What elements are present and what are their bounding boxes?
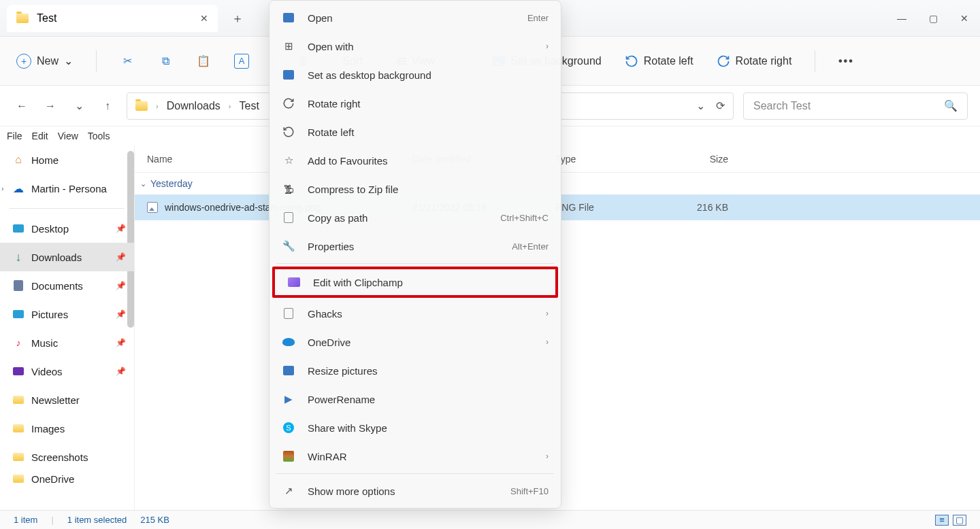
menu-edit[interactable]: Edit xyxy=(32,131,48,141)
window-controls: — ▢ ✕ xyxy=(886,0,980,36)
sidebar-label: Desktop xyxy=(31,223,69,235)
pin-icon: 📌 xyxy=(116,338,126,347)
new-button[interactable]: + New ⌄ xyxy=(16,54,73,69)
ctx-label: Compress to Zip file xyxy=(308,184,398,195)
ctx-set-desktop-bg[interactable]: Set as desktop background xyxy=(270,61,561,89)
shortcut: Shift+F10 xyxy=(510,486,549,496)
sidebar-item-images[interactable]: Images xyxy=(0,414,134,443)
sidebar-item-videos[interactable]: Videos📌 xyxy=(0,357,134,386)
column-size[interactable]: Size xyxy=(666,154,740,165)
cut-icon[interactable]: ✂ xyxy=(120,54,135,69)
separator xyxy=(276,263,554,264)
ctx-edit-clipchamp[interactable]: Edit with Clipchamp xyxy=(275,269,555,295)
ctx-properties[interactable]: 🔧PropertiesAlt+Enter xyxy=(270,232,561,260)
recent-button[interactable]: ⌄ xyxy=(69,97,88,116)
ctx-resize-pictures[interactable]: Resize pictures xyxy=(270,356,561,385)
pictures-icon xyxy=(13,310,24,318)
ctx-label: Copy as path xyxy=(308,212,368,224)
minimize-button[interactable]: — xyxy=(886,0,917,36)
search-input[interactable]: Search Test 🔍 xyxy=(743,92,968,120)
sidebar: ⌂Home ›☁Martin - Persona Desktop📌 ↓Downl… xyxy=(0,146,135,510)
address-dropdown-button[interactable]: ⌄ xyxy=(696,99,705,112)
rotate-left-icon xyxy=(282,125,295,139)
chevron-right-icon: › xyxy=(229,102,231,110)
ctx-compress-zip[interactable]: 🗜Compress to Zip file xyxy=(270,175,561,203)
window-tab[interactable]: Test ✕ xyxy=(7,5,218,32)
breadcrumb-downloads[interactable]: Downloads xyxy=(167,100,220,112)
home-icon: ⌂ xyxy=(12,154,24,166)
sidebar-label: Newsletter xyxy=(31,394,80,406)
pin-icon: 📌 xyxy=(116,281,126,290)
menu-view[interactable]: View xyxy=(58,131,78,141)
new-tab-button[interactable]: ＋ xyxy=(231,10,244,27)
status-size: 215 KB xyxy=(140,515,169,525)
sidebar-item-downloads[interactable]: ↓Downloads📌 xyxy=(0,243,134,271)
more-button[interactable]: ••• xyxy=(838,54,853,69)
ctx-label: Rotate left xyxy=(308,126,354,138)
plus-icon: + xyxy=(16,54,31,69)
sidebar-item-desktop[interactable]: Desktop📌 xyxy=(0,214,134,243)
sidebar-item-newsletter[interactable]: Newsletter xyxy=(0,386,134,414)
menu-file[interactable]: File xyxy=(7,131,22,141)
wrench-icon: 🔧 xyxy=(282,239,295,253)
sidebar-item-personal[interactable]: ›☁Martin - Persona xyxy=(0,174,134,203)
open-with-icon: ⊞ xyxy=(282,39,295,53)
ctx-open[interactable]: OpenEnter xyxy=(270,3,561,32)
ctx-label: Add to Favourites xyxy=(308,155,388,167)
back-button[interactable]: ← xyxy=(12,97,31,116)
document-icon xyxy=(284,308,293,319)
close-button[interactable]: ✕ xyxy=(949,0,980,36)
ctx-open-with[interactable]: ⊞Open with› xyxy=(270,32,561,61)
ctx-copy-path[interactable]: Copy as pathCtrl+Shift+C xyxy=(270,203,561,232)
sidebar-item-documents[interactable]: Documents📌 xyxy=(0,271,134,300)
ctx-winrar[interactable]: WinRAR› xyxy=(270,442,561,471)
folder-icon xyxy=(135,101,148,111)
details-view-button[interactable]: ≡ xyxy=(935,515,949,526)
sidebar-item-music[interactable]: ♪Music📌 xyxy=(0,328,134,357)
sidebar-item-pictures[interactable]: Pictures📌 xyxy=(0,300,134,328)
sidebar-item-home[interactable]: ⌂Home xyxy=(0,146,134,174)
maximize-button[interactable]: ▢ xyxy=(917,0,949,36)
forward-button[interactable]: → xyxy=(41,97,60,116)
rotate-right-button[interactable]: Rotate right xyxy=(717,54,792,68)
sidebar-item-screenshots[interactable]: Screenshots xyxy=(0,443,134,471)
chevron-right-icon: › xyxy=(156,102,159,110)
tab-close-button[interactable]: ✕ xyxy=(200,13,208,24)
ctx-rotate-right[interactable]: Rotate right xyxy=(270,89,561,118)
more-icon: ↗ xyxy=(282,484,295,498)
ctx-show-more[interactable]: ↗Show more optionsShift+F10 xyxy=(270,477,561,505)
rotate-left-button[interactable]: Rotate left xyxy=(625,54,693,68)
shortcut: Alt+Enter xyxy=(512,241,549,252)
ctx-powerrename[interactable]: ▶PowerRename xyxy=(270,385,561,413)
search-placeholder: Search Test xyxy=(753,100,811,112)
ctx-rotate-left[interactable]: Rotate left xyxy=(270,118,561,146)
search-icon: 🔍 xyxy=(944,99,958,112)
separator xyxy=(10,208,125,209)
chevron-right-icon: › xyxy=(1,184,4,192)
rotate-left-label: Rotate left xyxy=(644,55,693,67)
refresh-button[interactable]: ⟳ xyxy=(716,99,725,112)
new-label: New xyxy=(37,55,59,67)
ctx-share-skype[interactable]: SShare with Skype xyxy=(270,413,561,442)
picture-icon xyxy=(283,366,294,375)
image-file-icon xyxy=(147,202,158,213)
copy-icon[interactable]: ⧉ xyxy=(158,54,173,69)
chevron-right-icon: › xyxy=(546,337,549,347)
cloud-icon: ☁ xyxy=(12,182,24,194)
column-type[interactable]: Type xyxy=(543,154,666,165)
menu-tools[interactable]: Tools xyxy=(88,131,110,141)
ctx-label: PowerRename xyxy=(308,394,375,405)
ctx-onedrive[interactable]: OneDrive› xyxy=(270,328,561,356)
pin-icon: 📌 xyxy=(116,366,126,376)
thumbnails-view-button[interactable]: ▢ xyxy=(953,515,966,526)
rename-icon[interactable]: A xyxy=(234,54,249,69)
paste-icon[interactable]: 📋 xyxy=(196,54,211,69)
pin-icon: 📌 xyxy=(116,224,126,233)
up-button[interactable]: ↑ xyxy=(98,97,117,116)
file-type: PNG File xyxy=(543,202,666,213)
pin-icon: 📌 xyxy=(116,309,126,319)
ctx-add-favourites[interactable]: ☆Add to Favourites xyxy=(270,146,561,175)
sidebar-item-onedrive[interactable]: OneDrive xyxy=(0,471,134,486)
ctx-ghacks[interactable]: Ghacks› xyxy=(270,299,561,328)
breadcrumb-test[interactable]: Test xyxy=(240,100,259,112)
